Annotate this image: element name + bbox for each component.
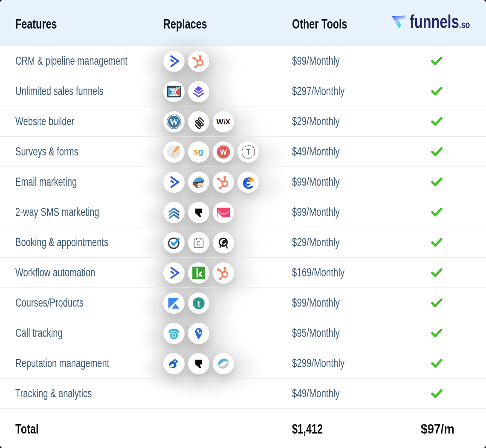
svg-text:g: g <box>198 147 203 156</box>
svg-text:t: t <box>197 298 200 309</box>
svg-text:T: T <box>246 148 250 156</box>
svg-text:W: W <box>220 148 227 156</box>
svg-text:s: s <box>194 147 198 156</box>
svg-text:W: W <box>169 116 179 127</box>
